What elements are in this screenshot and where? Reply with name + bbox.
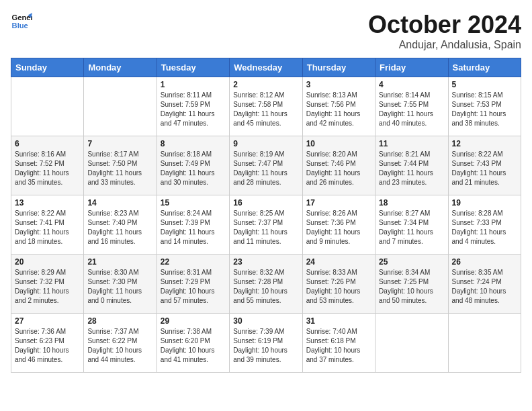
cell-info: Sunrise: 8:27 AM Sunset: 7:34 PM Dayligh… bbox=[379, 209, 444, 246]
day-number: 6 bbox=[15, 139, 80, 148]
cell-info: Sunrise: 8:13 AM Sunset: 7:56 PM Dayligh… bbox=[306, 91, 371, 128]
calendar-cell: 1Sunrise: 8:11 AM Sunset: 7:59 PM Daylig… bbox=[157, 77, 229, 136]
cell-info: Sunrise: 7:39 AM Sunset: 6:19 PM Dayligh… bbox=[233, 327, 298, 365]
cell-info: Sunrise: 7:40 AM Sunset: 6:18 PM Dayligh… bbox=[306, 327, 371, 365]
calendar-cell: 22Sunrise: 8:31 AM Sunset: 7:29 PM Dayli… bbox=[157, 255, 229, 314]
calendar-cell: 30Sunrise: 7:39 AM Sunset: 6:19 PM Dayli… bbox=[230, 314, 302, 373]
day-number: 20 bbox=[15, 257, 80, 267]
cell-info: Sunrise: 8:34 AM Sunset: 7:25 PM Dayligh… bbox=[379, 268, 444, 306]
cell-info: Sunrise: 8:18 AM Sunset: 7:49 PM Dayligh… bbox=[161, 150, 226, 187]
cell-info: Sunrise: 8:17 AM Sunset: 7:50 PM Dayligh… bbox=[87, 150, 152, 187]
calendar-cell: 26Sunrise: 8:35 AM Sunset: 7:24 PM Dayli… bbox=[448, 255, 521, 314]
day-number: 8 bbox=[161, 139, 226, 148]
day-number: 30 bbox=[233, 316, 298, 326]
calendar-cell: 23Sunrise: 8:32 AM Sunset: 7:28 PM Dayli… bbox=[230, 255, 302, 314]
cell-info: Sunrise: 8:25 AM Sunset: 7:37 PM Dayligh… bbox=[233, 209, 298, 246]
day-number: 2 bbox=[233, 80, 298, 89]
day-number: 27 bbox=[15, 316, 80, 326]
cell-info: Sunrise: 7:36 AM Sunset: 6:23 PM Dayligh… bbox=[15, 327, 80, 365]
day-number: 9 bbox=[233, 139, 298, 148]
day-number: 12 bbox=[452, 139, 517, 148]
day-number: 5 bbox=[452, 80, 517, 89]
calendar-cell: 6Sunrise: 8:16 AM Sunset: 7:52 PM Daylig… bbox=[11, 136, 84, 195]
day-number: 13 bbox=[15, 198, 80, 208]
header-cell-thursday: Thursday bbox=[302, 58, 375, 77]
calendar-cell bbox=[84, 77, 157, 136]
cell-info: Sunrise: 8:19 AM Sunset: 7:47 PM Dayligh… bbox=[233, 150, 298, 187]
day-number: 21 bbox=[87, 257, 152, 267]
title-area: October 2024 Andujar, Andalusia, Spain bbox=[368, 11, 521, 51]
week-row-3: 13Sunrise: 8:22 AM Sunset: 7:41 PM Dayli… bbox=[11, 195, 521, 255]
cell-info: Sunrise: 8:32 AM Sunset: 7:28 PM Dayligh… bbox=[233, 268, 298, 306]
week-row-1: 1Sunrise: 8:11 AM Sunset: 7:59 PM Daylig… bbox=[11, 77, 521, 136]
cell-info: Sunrise: 8:11 AM Sunset: 7:59 PM Dayligh… bbox=[161, 91, 226, 128]
calendar-cell: 5Sunrise: 8:15 AM Sunset: 7:53 PM Daylig… bbox=[448, 77, 521, 136]
day-number: 24 bbox=[306, 257, 371, 267]
day-number: 31 bbox=[306, 316, 371, 326]
calendar-cell: 8Sunrise: 8:18 AM Sunset: 7:49 PM Daylig… bbox=[157, 136, 229, 195]
logo-icon: General Blue bbox=[11, 11, 32, 32]
calendar-cell: 15Sunrise: 8:24 AM Sunset: 7:39 PM Dayli… bbox=[157, 195, 229, 255]
cell-info: Sunrise: 7:37 AM Sunset: 6:22 PM Dayligh… bbox=[87, 327, 152, 365]
svg-text:Blue: Blue bbox=[12, 21, 28, 30]
month-title: October 2024 bbox=[368, 11, 521, 39]
cell-info: Sunrise: 8:12 AM Sunset: 7:58 PM Dayligh… bbox=[233, 91, 298, 128]
week-row-2: 6Sunrise: 8:16 AM Sunset: 7:52 PM Daylig… bbox=[11, 136, 521, 195]
calendar-cell: 16Sunrise: 8:25 AM Sunset: 7:37 PM Dayli… bbox=[230, 195, 302, 255]
calendar-cell: 14Sunrise: 8:23 AM Sunset: 7:40 PM Dayli… bbox=[84, 195, 157, 255]
calendar-cell: 21Sunrise: 8:30 AM Sunset: 7:30 PM Dayli… bbox=[84, 255, 157, 314]
header-cell-monday: Monday bbox=[84, 58, 157, 77]
calendar-cell bbox=[375, 314, 448, 373]
header-cell-sunday: Sunday bbox=[11, 58, 84, 77]
cell-info: Sunrise: 8:33 AM Sunset: 7:26 PM Dayligh… bbox=[306, 268, 371, 306]
calendar-cell: 7Sunrise: 8:17 AM Sunset: 7:50 PM Daylig… bbox=[84, 136, 157, 195]
day-number: 7 bbox=[87, 139, 152, 148]
cell-info: Sunrise: 8:14 AM Sunset: 7:55 PM Dayligh… bbox=[379, 91, 444, 128]
header-cell-tuesday: Tuesday bbox=[157, 58, 229, 77]
cell-info: Sunrise: 8:35 AM Sunset: 7:24 PM Dayligh… bbox=[452, 268, 517, 306]
day-number: 29 bbox=[161, 316, 226, 326]
header-row: SundayMondayTuesdayWednesdayThursdayFrid… bbox=[11, 58, 521, 77]
calendar-table: SundayMondayTuesdayWednesdayThursdayFrid… bbox=[11, 58, 521, 373]
cell-info: Sunrise: 8:28 AM Sunset: 7:33 PM Dayligh… bbox=[452, 209, 517, 246]
header-cell-saturday: Saturday bbox=[448, 58, 521, 77]
calendar-cell: 13Sunrise: 8:22 AM Sunset: 7:41 PM Dayli… bbox=[11, 195, 84, 255]
header-cell-friday: Friday bbox=[375, 58, 448, 77]
cell-info: Sunrise: 8:29 AM Sunset: 7:32 PM Dayligh… bbox=[15, 268, 80, 306]
calendar-cell: 27Sunrise: 7:36 AM Sunset: 6:23 PM Dayli… bbox=[11, 314, 84, 373]
calendar-cell: 2Sunrise: 8:12 AM Sunset: 7:58 PM Daylig… bbox=[230, 77, 302, 136]
cell-info: Sunrise: 8:26 AM Sunset: 7:36 PM Dayligh… bbox=[306, 209, 371, 246]
day-number: 26 bbox=[452, 257, 517, 267]
day-number: 25 bbox=[379, 257, 444, 267]
day-number: 1 bbox=[161, 80, 226, 89]
calendar-cell: 11Sunrise: 8:21 AM Sunset: 7:44 PM Dayli… bbox=[375, 136, 448, 195]
cell-info: Sunrise: 8:24 AM Sunset: 7:39 PM Dayligh… bbox=[161, 209, 226, 246]
cell-info: Sunrise: 8:22 AM Sunset: 7:43 PM Dayligh… bbox=[452, 150, 517, 187]
calendar-cell: 24Sunrise: 8:33 AM Sunset: 7:26 PM Dayli… bbox=[302, 255, 375, 314]
calendar-cell: 17Sunrise: 8:26 AM Sunset: 7:36 PM Dayli… bbox=[302, 195, 375, 255]
cell-info: Sunrise: 7:38 AM Sunset: 6:20 PM Dayligh… bbox=[161, 327, 226, 365]
cell-info: Sunrise: 8:15 AM Sunset: 7:53 PM Dayligh… bbox=[452, 91, 517, 128]
location-subtitle: Andujar, Andalusia, Spain bbox=[368, 39, 521, 51]
cell-info: Sunrise: 8:16 AM Sunset: 7:52 PM Dayligh… bbox=[15, 150, 80, 187]
day-number: 23 bbox=[233, 257, 298, 267]
calendar-cell: 29Sunrise: 7:38 AM Sunset: 6:20 PM Dayli… bbox=[157, 314, 229, 373]
page-header: General Blue October 2024 Andujar, Andal… bbox=[11, 11, 521, 51]
day-number: 3 bbox=[306, 80, 371, 89]
calendar-cell: 28Sunrise: 7:37 AM Sunset: 6:22 PM Dayli… bbox=[84, 314, 157, 373]
day-number: 15 bbox=[161, 198, 226, 208]
calendar-cell bbox=[11, 77, 84, 136]
day-number: 16 bbox=[233, 198, 298, 208]
cell-info: Sunrise: 8:22 AM Sunset: 7:41 PM Dayligh… bbox=[15, 209, 80, 246]
day-number: 17 bbox=[306, 198, 371, 208]
calendar-cell: 9Sunrise: 8:19 AM Sunset: 7:47 PM Daylig… bbox=[230, 136, 302, 195]
cell-info: Sunrise: 8:31 AM Sunset: 7:29 PM Dayligh… bbox=[161, 268, 226, 306]
calendar-cell bbox=[448, 314, 521, 373]
day-number: 22 bbox=[161, 257, 226, 267]
week-row-5: 27Sunrise: 7:36 AM Sunset: 6:23 PM Dayli… bbox=[11, 314, 521, 373]
calendar-header: SundayMondayTuesdayWednesdayThursdayFrid… bbox=[11, 58, 521, 77]
calendar-cell: 3Sunrise: 8:13 AM Sunset: 7:56 PM Daylig… bbox=[302, 77, 375, 136]
calendar-body: 1Sunrise: 8:11 AM Sunset: 7:59 PM Daylig… bbox=[11, 77, 521, 373]
day-number: 18 bbox=[379, 198, 444, 208]
logo: General Blue bbox=[11, 11, 32, 32]
